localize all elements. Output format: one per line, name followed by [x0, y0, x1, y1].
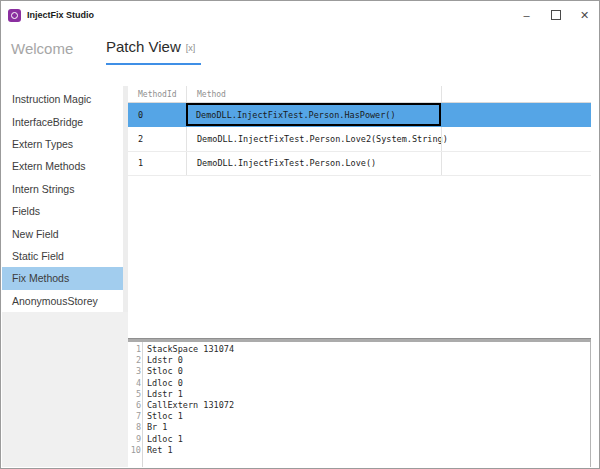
code-line: 8 Br 1	[128, 422, 590, 433]
line-text: Stloc 1	[144, 411, 183, 422]
maximize-icon	[551, 10, 561, 20]
line-text: Ldstr 1	[144, 389, 183, 400]
sidebar-item[interactable]: InterfaceBridge	[2, 110, 123, 132]
table-row[interactable]: 0 DemoDLL.InjectFixTest.Person.HasPower(…	[128, 103, 591, 127]
sidebar-item-label: Intern Strings	[12, 183, 74, 195]
sidebar-item-label: New Field	[12, 228, 59, 240]
app-logo-icon	[8, 9, 21, 22]
sidebar-item[interactable]: Fix Methods	[2, 267, 123, 289]
sidebar-item[interactable]: Extern Methods	[2, 155, 123, 177]
code-lines: 1 StackSpace 131074 2 Ldstr 0 3 Stloc 0	[128, 344, 590, 456]
line-text: Ldloc 0	[144, 378, 183, 389]
column-header-methodid[interactable]: MethodId	[128, 86, 186, 102]
grid-body: 0 DemoDLL.InjectFixTest.Person.HasPower(…	[128, 103, 591, 176]
code-editor[interactable]: 1 StackSpace 131074 2 Ldstr 0 3 Stloc 0	[128, 342, 591, 467]
code-line: 1 StackSpace 131074	[128, 344, 590, 355]
window-title: InjectFix Studio	[27, 10, 94, 20]
sidebar-item-label: AnonymousStorey	[12, 295, 98, 307]
grid-header: MethodId Method	[128, 86, 591, 103]
cell-method-id[interactable]: 0	[128, 103, 186, 126]
sidebar-item[interactable]: New Field	[2, 222, 123, 244]
sidebar-item[interactable]: Intern Strings	[2, 178, 123, 200]
cell-method-id[interactable]: 1	[128, 152, 186, 175]
code-line: 3 Stloc 0	[128, 366, 590, 377]
column-header-method[interactable]: Method	[186, 86, 441, 102]
line-text: Stloc 0	[144, 366, 183, 377]
code-line: 5 Ldstr 1	[128, 389, 590, 400]
tab-welcome-label: Welcome	[11, 40, 73, 57]
sidebar-item[interactable]: AnonymousStorey	[2, 290, 123, 312]
tab-patch-view[interactable]: Patch View[x]	[106, 38, 201, 65]
sidebar-item-label: InterfaceBridge	[12, 116, 83, 128]
code-line: 6 CallExtern 131072	[128, 400, 590, 411]
code-line: 7 Stloc 1	[128, 411, 590, 422]
column-header-filler	[441, 86, 591, 102]
table-row[interactable]: 1 DemoDLL.InjectFixTest.Person.Love()	[128, 152, 591, 176]
code-line: 2 Ldstr 0	[128, 355, 590, 366]
code-line: 4 Ldloc 0	[128, 378, 590, 389]
cell-method[interactable]: DemoDLL.InjectFixTest.Person.Love2(Syste…	[186, 127, 441, 150]
minimize-icon: –	[523, 9, 529, 21]
tab-patch-view-label: Patch View	[106, 38, 181, 55]
cell-filler	[441, 103, 591, 126]
cell-method[interactable]: DemoDLL.InjectFixTest.Person.Love()	[186, 152, 441, 175]
title-bar: InjectFix Studio – ✕	[1, 1, 599, 29]
cell-filler	[441, 152, 591, 175]
sidebar-item[interactable]: Fields	[2, 200, 123, 222]
cell-filler	[441, 127, 591, 150]
tab-welcome[interactable]: Welcome	[11, 40, 73, 58]
minimize-button[interactable]: –	[512, 1, 541, 29]
line-text: Ret 1	[144, 445, 173, 456]
sidebar-item-label: Extern Methods	[12, 160, 86, 172]
cell-method-id[interactable]: 2	[128, 127, 186, 150]
sidebar-item-label: Fix Methods	[12, 272, 69, 284]
app-window: InjectFix Studio – ✕ Welcome Patch View[…	[0, 0, 600, 469]
sidebar-item[interactable]: Extern Types	[2, 133, 123, 155]
cell-method[interactable]: DemoDLL.InjectFixTest.Person.HasPower()	[186, 103, 441, 126]
sidebar-item[interactable]: Instruction Magic	[2, 88, 123, 110]
line-text: Ldstr 0	[144, 355, 183, 366]
sidebar-item-label: Fields	[12, 205, 40, 217]
tab-close-icon[interactable]: [x]	[186, 43, 196, 53]
code-line: 9 Ldloc 1	[128, 434, 590, 445]
sidebar-item-label: Instruction Magic	[12, 93, 91, 105]
maximize-button[interactable]	[541, 1, 570, 29]
sidebar-list: Instruction Magic InterfaceBridge Extern…	[2, 86, 128, 312]
tab-bar: Welcome Patch View[x]	[1, 29, 599, 69]
line-text: StackSpace 131074	[144, 344, 234, 355]
window-controls: – ✕	[512, 1, 599, 29]
line-text: Br 1	[144, 422, 167, 433]
sidebar: Instruction Magic InterfaceBridge Extern…	[2, 86, 128, 467]
sidebar-item-label: Extern Types	[12, 138, 73, 150]
close-icon: ✕	[580, 9, 589, 22]
line-text: Ldloc 1	[144, 434, 183, 445]
line-text: CallExtern 131072	[144, 400, 234, 411]
sidebar-item-label: Static Field	[12, 250, 64, 262]
code-line: 10 Ret 1	[128, 445, 590, 456]
main-panel: MethodId Method 0 DemoDLL.InjectFixTest.…	[128, 86, 591, 467]
sidebar-item[interactable]: Static Field	[2, 245, 123, 267]
gutter-divider	[142, 342, 143, 467]
table-row[interactable]: 2 DemoDLL.InjectFixTest.Person.Love2(Sys…	[128, 127, 591, 151]
close-button[interactable]: ✕	[570, 1, 599, 29]
